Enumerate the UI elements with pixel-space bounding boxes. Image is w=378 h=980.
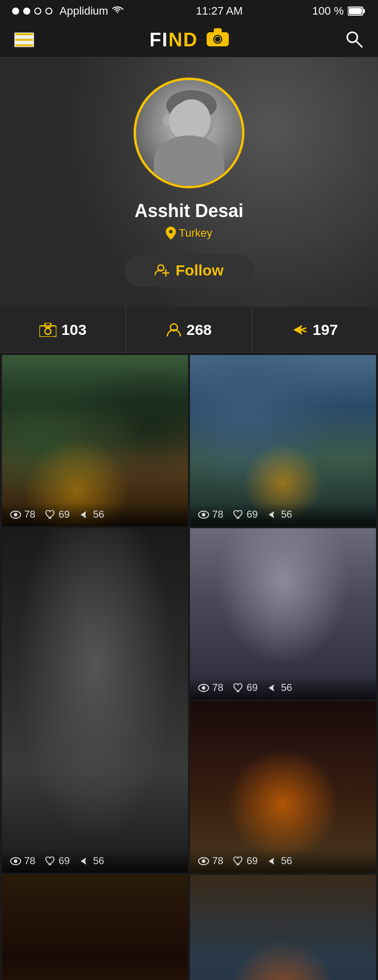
camera-stat-icon [39,323,56,337]
heart-icon-1 [45,510,55,519]
heart-icon-3 [45,857,55,866]
photo-likes-5: 69 [233,855,258,867]
photo-likes-3: 69 [45,855,70,867]
signal-dot-1 [12,8,19,15]
location-icon [166,227,176,240]
eye-icon-2 [198,511,209,519]
photo-item-5[interactable]: 78 69 56 [190,702,376,873]
svg-point-28 [202,686,206,689]
photo-overlay-5: 78 69 56 [190,849,376,873]
heart-icon-4 [233,683,243,692]
wifi-icon [112,6,127,16]
stat-photos[interactable]: 103 [0,307,126,353]
svg-rect-4 [214,28,222,34]
logo-nd: ND [168,29,198,50]
photo-shares-4: 56 [268,682,292,693]
carrier-name: Applidium [59,5,108,18]
photo-item-2[interactable]: 78 69 56 [190,355,376,526]
battery-icon [348,6,366,16]
photo-likes-1: 69 [45,509,70,520]
photo-item-6[interactable]: 78 69 56 [2,875,188,980]
search-button[interactable] [344,29,364,50]
photo-shares-5: 56 [268,855,292,867]
hamburger-line-2 [15,39,33,41]
svg-point-22 [14,513,18,516]
heart-icon-2 [233,510,243,519]
battery-percentage: 100 % [312,5,344,18]
share-icon-2 [268,510,278,519]
follow-button[interactable]: Follow [124,254,254,287]
profile-content: Asshit Desai Turkey Follow [0,57,378,287]
avatar-image [136,80,242,186]
photo-item-3[interactable]: 78 69 56 [2,528,188,873]
location-text: Turkey [179,227,212,240]
svg-rect-2 [349,8,362,14]
eye-icon-3 [10,857,21,865]
followers-stat-icon [166,322,181,337]
heart-icon-5 [233,857,243,866]
share-icon-5 [268,857,278,866]
photo-likes-4: 69 [233,682,258,693]
photo-item-4[interactable]: 78 69 56 [190,528,376,699]
eye-icon-4 [198,684,209,692]
follow-label: Follow [176,262,224,279]
avatar [134,78,244,188]
photo-overlay-3: 78 69 56 [2,849,188,873]
stat-followers[interactable]: 268 [126,307,252,353]
signal-dot-4 [45,8,52,15]
photo-views-3: 78 [10,855,35,867]
svg-line-8 [356,41,362,47]
shares-count: 197 [312,321,338,338]
menu-button[interactable] [14,32,34,47]
share-stat-icon [292,323,307,337]
photo-shares-2: 56 [268,509,292,520]
profile-name: Asshit Desai [0,200,378,222]
status-bar: Applidium 11:27 AM 100 % [0,0,378,22]
photo-views-5: 78 [198,855,223,867]
hamburger-line-1 [15,33,33,35]
photo-shares-3: 56 [80,855,104,867]
photo-grid: 78 69 56 78 69 56 [0,353,378,980]
status-time: 11:27 AM [196,5,243,18]
photo-overlay-2: 78 69 56 [190,503,376,526]
battery-area: 100 % [312,5,366,18]
logo-camera-icon [207,28,229,46]
stat-shares[interactable]: 197 [253,307,378,353]
hamburger-line-3 [15,44,33,46]
follow-icon [155,263,170,278]
signal-dot-3 [34,8,41,15]
svg-point-24 [202,513,206,516]
profile-header: Asshit Desai Turkey Follow [0,57,378,307]
svg-point-19 [45,328,51,334]
svg-point-30 [202,859,206,863]
search-icon [344,29,364,49]
photo-views-2: 78 [198,509,223,520]
svg-point-26 [14,859,18,863]
nav-bar: FIND [0,22,378,57]
share-icon-4 [268,683,278,692]
photo-shares-1: 56 [80,509,104,520]
share-icon-3 [80,857,90,866]
photo-views-4: 78 [198,682,223,693]
svg-rect-1 [363,9,365,13]
carrier-info: Applidium [12,5,127,18]
svg-point-12 [172,99,211,142]
svg-point-6 [215,36,221,42]
followers-count: 268 [186,321,212,338]
photo-overlay-1: 78 69 56 [2,503,188,526]
share-icon-1 [80,510,90,519]
photo-item-7[interactable]: 78 69 56 [190,875,376,980]
eye-icon-1 [10,511,21,519]
photo-overlay-4: 78 69 56 [190,676,376,699]
app-logo: FIND [149,28,228,51]
photos-count: 103 [61,321,87,338]
logo-fi: FI [149,29,168,50]
svg-point-13 [163,114,171,126]
photo-views-1: 78 [10,509,35,520]
stats-bar: 103 268 197 [0,307,378,353]
profile-location: Turkey [0,227,378,240]
signal-dot-2 [23,8,30,15]
svg-point-7 [347,32,357,42]
photo-item-1[interactable]: 78 69 56 [2,355,188,526]
photo-likes-2: 69 [233,509,258,520]
